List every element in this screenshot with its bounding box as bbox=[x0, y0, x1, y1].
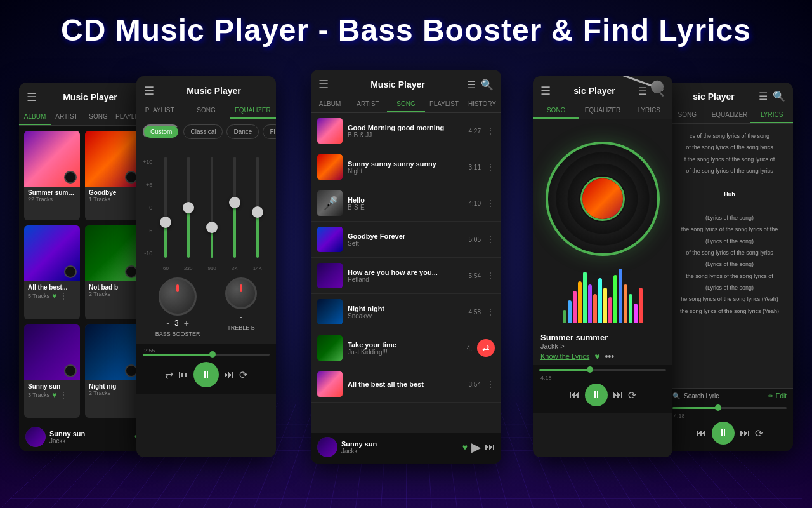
album-item-3[interactable]: All the best... 5 Tracks ♥ ⋮ bbox=[24, 225, 80, 319]
menu-icon-5[interactable]: ⋮ bbox=[59, 390, 68, 400]
vinyl-menu-icon[interactable]: ☰ bbox=[540, 84, 551, 98]
song-player-next[interactable]: ⏭ bbox=[485, 441, 495, 453]
eq-slider-4[interactable]: 14K bbox=[253, 157, 262, 271]
song-tab-artist[interactable]: ARTIST bbox=[349, 97, 387, 112]
screen-vinyl: ☰ sic Player ☰ 🔍 SONG EQUALIZER LYRICS bbox=[533, 76, 672, 457]
bass-booster-container: - 3 + BASS BOOSTER bbox=[155, 277, 200, 337]
vinyl-tab-song[interactable]: SONG bbox=[533, 103, 579, 119]
menu-icon[interactable]: ☰ bbox=[27, 90, 37, 104]
song-tab-song[interactable]: SONG bbox=[387, 97, 425, 112]
song-item-0[interactable]: Good Morning good morning B.B & JJ 4:27 … bbox=[311, 113, 501, 149]
edit-btn[interactable]: ✏ Edit bbox=[768, 392, 787, 399]
eq-next-btn[interactable]: ⏭ bbox=[224, 369, 234, 380]
vinyl-tab-eq[interactable]: EQUALIZER bbox=[579, 103, 625, 119]
album-item-4[interactable]: Not bad b 2 Tracks bbox=[85, 225, 141, 319]
song-search-icon[interactable]: 🔍 bbox=[481, 79, 494, 91]
vinyl-prev-btn[interactable]: ⏮ bbox=[570, 389, 580, 401]
song-player-play[interactable]: ▶ bbox=[471, 439, 481, 455]
menu-icon-3[interactable]: ⋮ bbox=[59, 291, 68, 301]
eq-shuffle-btn[interactable]: ⇄ bbox=[165, 369, 173, 381]
song-duration-1: 3:11 bbox=[469, 164, 481, 171]
song-menu-5[interactable]: ⋮ bbox=[486, 307, 495, 317]
bass-booster-knob[interactable] bbox=[159, 277, 197, 316]
song-item-2[interactable]: 🎤 Hello B-S-E 4:10 ⋮ bbox=[311, 185, 501, 222]
song-item-4[interactable]: How are you how are you... Petland 5:54 … bbox=[311, 258, 501, 294]
eq-sliders-area: +10 +5 0 -5 -10 60 230 bbox=[136, 144, 276, 271]
song-tab-playlist[interactable]: PLAYLIST bbox=[425, 97, 463, 112]
tab-album[interactable]: ALBUM bbox=[19, 109, 51, 125]
eq-repeat-btn[interactable]: ⟳ bbox=[239, 369, 247, 381]
song-tab-history[interactable]: HISTORY bbox=[463, 97, 501, 112]
song-menu-icon[interactable]: ☰ bbox=[318, 77, 329, 91]
treble-minus[interactable]: - bbox=[240, 312, 243, 322]
lyrics-screen-header: sic Player ☰ 🔍 bbox=[666, 83, 793, 107]
album-item-6[interactable]: Night nig 2 Tracks bbox=[85, 324, 141, 418]
vinyl-next-btn[interactable]: ⏭ bbox=[613, 389, 623, 401]
vinyl-play-btn[interactable]: ⏸ bbox=[585, 384, 608, 406]
eq-progress-bar[interactable] bbox=[143, 354, 270, 356]
vinyl-repeat-btn[interactable]: ⟳ bbox=[628, 389, 636, 401]
song-menu-2[interactable]: ⋮ bbox=[486, 198, 495, 208]
vinyl-tab-lyrics[interactable]: LYRICS bbox=[626, 103, 672, 119]
song-menu-0[interactable]: ⋮ bbox=[486, 126, 495, 136]
bass-plus[interactable]: + bbox=[184, 318, 189, 328]
song-menu-7[interactable]: ⋮ bbox=[486, 379, 495, 389]
song-item-7[interactable]: All the best all the best 3:54 ⋮ bbox=[311, 366, 501, 403]
lyrics-prev-btn[interactable]: ⏮ bbox=[697, 427, 707, 439]
heart-icon-3[interactable]: ♥ bbox=[52, 291, 56, 300]
song-menu-4[interactable]: ⋮ bbox=[486, 271, 495, 281]
lyrics-repeat-btn[interactable]: ⟳ bbox=[755, 427, 763, 439]
tab-song-album[interactable]: SONG bbox=[82, 109, 114, 125]
eq-slider-3[interactable]: 3K bbox=[232, 157, 238, 271]
vinyl-overlay-1 bbox=[64, 171, 77, 184]
eq-tab-playlist[interactable]: PLAYLIST bbox=[136, 103, 183, 119]
lyrics-progress-bar[interactable] bbox=[672, 407, 787, 409]
song-filter-icon[interactable]: ☰ bbox=[467, 79, 476, 91]
bass-value: 3 bbox=[174, 319, 179, 328]
album-item-2[interactable]: Goodbye 1 Tracks bbox=[85, 131, 141, 220]
preset-custom[interactable]: Custom bbox=[143, 124, 180, 139]
song-item-6[interactable]: Take your time Just Kidding!!! 4: ⇄ bbox=[311, 330, 501, 366]
vinyl-filter-icon[interactable]: ☰ bbox=[638, 85, 647, 97]
song-player-heart[interactable]: ♥ bbox=[462, 442, 468, 452]
song-menu-1[interactable]: ⋮ bbox=[486, 162, 495, 172]
album-item-1[interactable]: Summer summer... 22 Tracks bbox=[24, 131, 80, 220]
song-item-1[interactable]: Sunny sunny sunny sunny Night 3:11 ⋮ bbox=[311, 149, 501, 185]
heart-icon-5[interactable]: ♥ bbox=[52, 391, 56, 399]
eq-prev-btn[interactable]: ⏮ bbox=[178, 369, 188, 380]
album-cover-4 bbox=[85, 225, 141, 281]
lyrics-next-btn[interactable]: ⏭ bbox=[740, 427, 750, 439]
album-item-5[interactable]: Sunny sun 3 Tracks ♥ ⋮ bbox=[24, 324, 80, 418]
vinyl-dots[interactable]: ••• bbox=[605, 351, 615, 361]
lyrics-filter-icon[interactable]: ☰ bbox=[759, 90, 768, 102]
song-item-5[interactable]: Night night Sneakyy 4:58 ⋮ bbox=[311, 294, 501, 330]
vinyl-heart[interactable]: ♥ bbox=[594, 351, 599, 361]
eq-slider-0[interactable]: 60 bbox=[163, 157, 169, 271]
preset-dance[interactable]: Dance bbox=[226, 124, 259, 139]
search-lyric-btn[interactable]: 🔍 Search Lyric bbox=[672, 392, 719, 399]
tab-artist[interactable]: ARTIST bbox=[51, 109, 82, 125]
treble-knob[interactable] bbox=[225, 277, 257, 309]
song-tab-album[interactable]: ALBUM bbox=[311, 97, 349, 112]
vinyl-progress-dot bbox=[587, 366, 593, 373]
eq-slider-1[interactable]: 230 bbox=[184, 157, 192, 271]
eq-tab-equalizer[interactable]: EQUALIZER bbox=[230, 103, 276, 119]
eq-play-btn[interactable]: ⏸ bbox=[193, 362, 219, 387]
eq-slider-2[interactable]: 910 bbox=[207, 157, 216, 271]
lyrics-tab-eq[interactable]: EQUALIZER bbox=[709, 107, 751, 123]
shuffle-btn-song[interactable]: ⇄ bbox=[477, 339, 495, 357]
eq-menu-icon[interactable]: ☰ bbox=[144, 84, 154, 98]
lyrics-play-btn[interactable]: ⏸ bbox=[712, 422, 735, 444]
bass-minus[interactable]: - bbox=[166, 318, 169, 328]
preset-fl[interactable]: Fl bbox=[263, 124, 276, 139]
vinyl-progress-bar[interactable] bbox=[539, 369, 666, 371]
know-lyrics-btn[interactable]: Know the Lyrics bbox=[540, 352, 589, 360]
bass-label: BASS BOOSTER bbox=[155, 331, 200, 337]
lyrics-search-icon[interactable]: 🔍 bbox=[773, 90, 785, 102]
eq-tab-song[interactable]: SONG bbox=[183, 103, 229, 119]
lyrics-tab-song[interactable]: SONG bbox=[666, 107, 709, 123]
preset-classical[interactable]: Classical bbox=[183, 124, 223, 139]
song-item-3[interactable]: Goodbye Forever Sett 5:05 ⋮ bbox=[311, 222, 501, 258]
lyrics-tab-lyrics[interactable]: LYRICS bbox=[750, 107, 793, 123]
song-menu-3[interactable]: ⋮ bbox=[486, 234, 495, 244]
